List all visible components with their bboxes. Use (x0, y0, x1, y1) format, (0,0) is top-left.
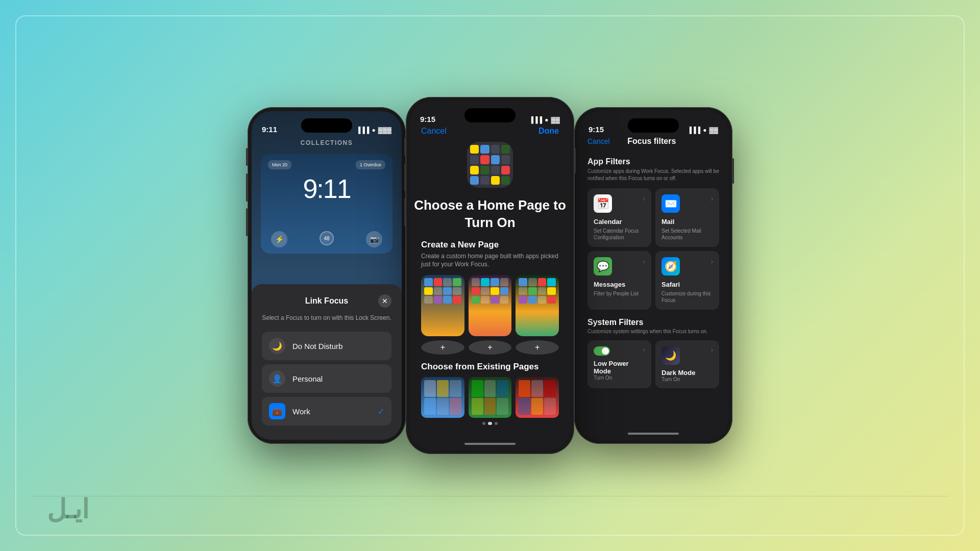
app-cell-12 (501, 166, 510, 174)
work-checkmark: ✓ (378, 407, 384, 416)
signal-icon: ▐▐▐ (356, 127, 370, 134)
focus-option-work[interactable]: 💼 Work ✓ (262, 397, 391, 425)
filter-card-safari[interactable]: 🧭 › Safari Customize during this Focus (655, 251, 719, 310)
widget-date: Mon 20 (268, 160, 291, 169)
focus-option-dnd[interactable]: 🌙 Do Not Disturb (262, 332, 391, 360)
dark-mode-action: Turn On (662, 377, 713, 382)
wifi-icon-center: ● (545, 116, 548, 123)
filter-card-mail[interactable]: ✉️ › Mail Set Selected Mail Accounts (655, 188, 719, 247)
signal-icon-center: ▐▐▐ (529, 116, 543, 123)
system-filters-title: System Filters (587, 318, 719, 327)
home-indicator-center (464, 443, 516, 445)
dot-2-active (488, 422, 492, 425)
lockscreen-bottom-icons: ⚡ 48 📷 (261, 231, 393, 247)
app-cell-8 (501, 155, 510, 164)
signal-icon-right: ▐▐▐ (688, 127, 701, 134)
modal-title: Link Focus (275, 296, 378, 306)
phone-right-screen: 9:15 ▐▐▐ ● ▓▓ Cancel Focus filters (578, 111, 728, 440)
page-thumb-2[interactable] (469, 275, 512, 336)
wifi-icon: ● (372, 127, 376, 134)
work-icon: 💼 (269, 403, 285, 419)
battery-icon-center: ▓▓ (551, 116, 560, 123)
lockscreen-time: 9:11 (261, 173, 393, 204)
page-thumb-1[interactable] (421, 275, 464, 336)
existing-thumb-3[interactable] (516, 377, 559, 418)
nav-bar-center: Cancel Done (410, 127, 570, 136)
app-cell-15 (491, 176, 500, 185)
cancel-button-center[interactable]: Cancel (421, 127, 447, 136)
messages-filter-name: Messages (594, 281, 645, 288)
system-card-low-power[interactable]: › Low Power Mode Turn On (587, 340, 651, 388)
thumb-grid-1 (424, 278, 461, 321)
phones-container: 9:11 ▐▐▐ ● ▓▓▓ COLLECTIONS (16, 16, 964, 535)
app-filters-desc: Customize apps during Work Focus. Select… (587, 168, 719, 182)
outer-border: 9:11 ▐▐▐ ● ▓▓▓ COLLECTIONS (15, 15, 965, 536)
page-thumb-3[interactable] (516, 275, 559, 336)
link-focus-modal: Link Focus ✕ Select a Focus to turn on w… (252, 284, 402, 440)
add-button-3[interactable]: + (516, 340, 559, 355)
done-button-center[interactable]: Done (538, 127, 559, 136)
filter-card-messages[interactable]: 💬 › Messages Filter by People List (587, 251, 651, 310)
time-center: 9:15 (420, 115, 435, 123)
add-buttons: + + + (410, 340, 570, 355)
background: 9:11 ▐▐▐ ● ▓▓▓ COLLECTIONS (0, 0, 980, 551)
low-power-chevron: › (643, 346, 645, 354)
modal-header: Link Focus ✕ (262, 294, 391, 308)
app-icon-grid (467, 142, 513, 188)
thumb-grid-2 (472, 278, 509, 321)
calendar-chevron: › (643, 195, 645, 203)
modal-subtitle: Select a Focus to turn on with this Lock… (262, 314, 391, 322)
lockscreen-preview: Mon 20 1 Overdue 9:11 ⚡ 48 📷 (261, 154, 393, 254)
messages-chevron: › (643, 258, 645, 265)
low-power-top: › (594, 346, 645, 356)
dark-mode-chevron: › (711, 346, 713, 354)
filter-card-safari-top: 🧭 › (662, 257, 713, 276)
add-button-2[interactable]: + (469, 340, 512, 355)
calendar-app-icon: 📅 (594, 194, 612, 213)
mail-filter-name: Mail (662, 218, 713, 226)
existing-thumb-1[interactable] (421, 377, 464, 418)
app-cell-2 (480, 145, 489, 154)
lockscreen-widgets: Mon 20 1 Overdue (261, 154, 393, 169)
filter-card-mail-top: ✉️ › (662, 194, 713, 213)
low-power-name: Low Power Mode (594, 360, 645, 375)
battery-icon-right: ▓▓ (709, 127, 719, 134)
calendar-filter-action: Set Calendar Focus Configuration (594, 228, 645, 241)
mail-app-icon: ✉️ (662, 194, 680, 213)
status-icons-right: ▐▐▐ ● ▓▓ (688, 127, 718, 134)
app-cell-13 (470, 176, 479, 185)
app-cell-7 (491, 155, 500, 164)
create-section-title: Create a New Page (421, 240, 559, 250)
app-cell-14 (480, 176, 489, 185)
phone-left: 9:11 ▐▐▐ ● ▓▓▓ COLLECTIONS (248, 107, 406, 444)
scroll-dots (410, 422, 570, 425)
filter-card-calendar[interactable]: 📅 › Calendar Set Calendar Focus Configur… (587, 188, 651, 247)
app-filters-grid: 📅 › Calendar Set Calendar Focus Configur… (587, 188, 719, 310)
filter-card-calendar-top: 📅 › (594, 194, 645, 213)
widget-overdue: 1 Overdue (356, 160, 385, 169)
dynamic-island-left (301, 118, 352, 133)
time-right: 9:15 (589, 125, 604, 134)
existing-thumb-2[interactable] (469, 377, 512, 418)
messages-filter-action: Filter by People List (594, 290, 645, 297)
app-cell-6 (480, 155, 489, 164)
phone-center-screen: 9:15 ▐▐▐ ● ▓▓ Cancel Done (410, 101, 570, 450)
app-cell-11 (491, 166, 500, 174)
focus-option-personal[interactable]: 👤 Personal (262, 364, 391, 393)
bottom-divider (32, 496, 948, 496)
app-cell-5 (470, 155, 479, 164)
mail-filter-action: Set Selected Mail Accounts (662, 228, 713, 241)
add-button-1[interactable]: + (421, 340, 464, 355)
thumb-grid-3 (519, 278, 556, 321)
status-icons-left: ▐▐▐ ● ▓▓▓ (356, 127, 391, 134)
dot-3 (495, 422, 498, 425)
modal-close-button[interactable]: ✕ (378, 294, 391, 308)
app-cell-16 (501, 176, 510, 185)
dynamic-island-right (628, 118, 679, 133)
filter-card-messages-top: 💬 › (594, 257, 645, 276)
personal-icon: 👤 (269, 370, 285, 387)
personal-label: Personal (292, 374, 384, 383)
calendar-filter-name: Calendar (594, 218, 645, 226)
cancel-button-right[interactable]: Cancel (587, 137, 610, 145)
system-card-dark-mode[interactable]: 🌙 › Dark Mode Turn On (655, 340, 719, 388)
